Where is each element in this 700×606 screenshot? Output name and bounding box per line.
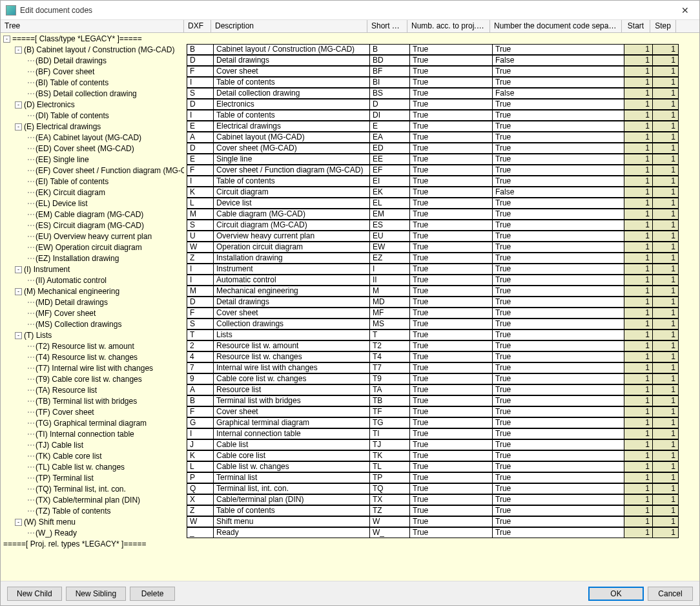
- cell-description[interactable]: Resource list w. amount: [214, 340, 370, 351]
- cell-short-text[interactable]: ES: [370, 220, 410, 231]
- cell-short-text[interactable]: I: [370, 264, 410, 275]
- cell-short-text[interactable]: TF: [370, 406, 410, 417]
- cell-short-text[interactable]: BF: [370, 66, 410, 77]
- cell-start[interactable]: 1: [624, 472, 653, 483]
- cell-step[interactable]: 1: [653, 55, 679, 66]
- tree-row[interactable]: ⋯(TL) Cable list w. changesLCable list w…: [1, 461, 699, 473]
- cell-description[interactable]: Circuit diagram (MG-CAD): [214, 220, 370, 231]
- cell-proj[interactable]: True: [410, 329, 493, 340]
- cell-start[interactable]: 1: [624, 428, 653, 439]
- expand-toggle[interactable]: -: [15, 519, 22, 526]
- tree-row[interactable]: ⋯(MF) Cover sheetFCover sheetMFTrueTrue1…: [1, 308, 699, 319]
- cell-proj[interactable]: True: [410, 384, 493, 395]
- tree-row[interactable]: ⋯(TX) Cable/terminal plan (DIN)XCable/te…: [1, 494, 699, 506]
- cell-dxf[interactable]: Q: [187, 483, 214, 494]
- cell-description[interactable]: Cable core list: [214, 450, 370, 461]
- cell-description[interactable]: Table of contents: [214, 176, 370, 187]
- cell-start[interactable]: 1: [624, 351, 653, 362]
- cell-step[interactable]: 1: [653, 143, 679, 154]
- cell-separately[interactable]: True: [493, 231, 624, 242]
- tree-cell[interactable]: -(W) Shift menu: [1, 516, 184, 528]
- cell-separately[interactable]: True: [493, 329, 624, 340]
- cell-step[interactable]: 1: [653, 384, 679, 395]
- header-numb-proj[interactable]: Numb. acc. to proj.par.: [407, 20, 490, 32]
- cell-step[interactable]: 1: [653, 450, 679, 461]
- tree-cell[interactable]: ⋯(ED) Cover sheet (MG-CAD): [1, 143, 184, 154]
- tree-row[interactable]: ⋯(II) Automatic controlIAutomatic contro…: [1, 275, 699, 286]
- cell-dxf[interactable]: D: [187, 297, 214, 308]
- tree-cell[interactable]: ⋯(T9) Cable core list w. changes: [1, 373, 184, 385]
- cell-dxf[interactable]: G: [187, 417, 214, 428]
- tree-row[interactable]: -(T) ListsTListsTTrueTrue11: [1, 329, 699, 341]
- cell-description[interactable]: Cabinet layout / Construction (MG-CAD): [214, 44, 370, 55]
- cell-step[interactable]: 1: [653, 395, 679, 406]
- cell-separately[interactable]: True: [493, 417, 624, 428]
- tree-row[interactable]: ⋯(TI) Internal connection tableIInternal…: [1, 428, 699, 440]
- cell-start[interactable]: 1: [624, 340, 653, 351]
- cell-short-text[interactable]: BS: [370, 88, 410, 99]
- cell-short-text[interactable]: TX: [370, 494, 410, 505]
- cell-start[interactable]: 1: [624, 88, 653, 99]
- cell-description[interactable]: Single line: [214, 154, 370, 165]
- cell-separately[interactable]: True: [493, 494, 624, 505]
- cell-dxf[interactable]: S: [187, 88, 214, 99]
- cell-dxf[interactable]: _: [187, 527, 214, 538]
- cell-proj[interactable]: True: [410, 187, 493, 198]
- cell-separately[interactable]: True: [493, 209, 624, 220]
- tree-row[interactable]: ⋯(T9) Cable core list w. changes9Cable c…: [1, 373, 699, 385]
- cell-step[interactable]: 1: [653, 275, 679, 286]
- cell-start[interactable]: 1: [624, 461, 653, 472]
- cell-step[interactable]: 1: [653, 428, 679, 439]
- cell-dxf[interactable]: I: [187, 176, 214, 187]
- tree-cell[interactable]: ⋯(TA) Resource list: [1, 384, 184, 396]
- cell-dxf[interactable]: 9: [187, 373, 214, 384]
- tree-row[interactable]: ⋯(TZ) Table of contentsZTable of content…: [1, 505, 699, 517]
- tree-row[interactable]: ⋯(ES) Circuit diagram (MG-CAD)SCircuit d…: [1, 220, 699, 231]
- cell-proj[interactable]: True: [410, 527, 493, 538]
- cell-step[interactable]: 1: [653, 154, 679, 165]
- cell-separately[interactable]: True: [493, 428, 624, 439]
- cell-start[interactable]: 1: [624, 198, 653, 209]
- ok-button[interactable]: OK: [588, 587, 644, 601]
- cell-proj[interactable]: True: [410, 362, 493, 373]
- tree-cell[interactable]: ⋯(TF) Cover sheet: [1, 406, 184, 418]
- cell-short-text[interactable]: T: [370, 329, 410, 340]
- tree-cell[interactable]: ⋯(W_) Ready: [1, 527, 184, 539]
- tree-cell[interactable]: ⋯(MD) Detail drawings: [1, 297, 184, 308]
- cell-start[interactable]: 1: [624, 362, 653, 373]
- cell-description[interactable]: Collection drawings: [214, 319, 370, 329]
- cell-description[interactable]: Mechanical engineering: [214, 286, 370, 297]
- cell-proj[interactable]: True: [410, 505, 493, 516]
- cell-description[interactable]: Cover sheet: [214, 308, 370, 319]
- tree-cell[interactable]: ⋯(ES) Circuit diagram (MG-CAD): [1, 220, 184, 231]
- cell-short-text[interactable]: EK: [370, 187, 410, 198]
- cell-description[interactable]: Cable list w. changes: [214, 461, 370, 472]
- cell-step[interactable]: 1: [653, 406, 679, 417]
- cell-proj[interactable]: True: [410, 66, 493, 77]
- tree-row[interactable]: -(B) Cabinet layout / Construction (MG-C…: [1, 44, 699, 56]
- tree-row[interactable]: ⋯(TG) Graphical terminal diagramGGraphic…: [1, 417, 699, 429]
- cell-dxf[interactable]: Z: [187, 253, 214, 264]
- tree-row[interactable]: ⋯(DI) Table of contentsITable of content…: [1, 110, 699, 121]
- cell-separately[interactable]: True: [493, 110, 624, 121]
- cell-short-text[interactable]: EZ: [370, 253, 410, 264]
- cell-separately[interactable]: True: [493, 450, 624, 461]
- cell-start[interactable]: 1: [624, 275, 653, 286]
- cell-step[interactable]: 1: [653, 527, 679, 538]
- cell-proj[interactable]: True: [410, 242, 493, 253]
- cell-description[interactable]: Cable list: [214, 439, 370, 450]
- cell-description[interactable]: Overview heavy current plan: [214, 231, 370, 242]
- cell-step[interactable]: 1: [653, 308, 679, 319]
- cell-proj[interactable]: True: [410, 110, 493, 121]
- cell-start[interactable]: 1: [624, 483, 653, 494]
- tree-cell[interactable]: ⋯(TJ) Cable list: [1, 439, 184, 451]
- cell-separately[interactable]: True: [493, 275, 624, 286]
- tree-cell[interactable]: ⋯(EW) Operation circuit diagram: [1, 242, 184, 253]
- cell-proj[interactable]: True: [410, 373, 493, 384]
- cell-step[interactable]: 1: [653, 165, 679, 176]
- cell-separately[interactable]: True: [493, 406, 624, 417]
- cell-separately[interactable]: True: [493, 308, 624, 319]
- cell-description[interactable]: Detail drawings: [214, 297, 370, 308]
- cell-start[interactable]: 1: [624, 231, 653, 242]
- cell-short-text[interactable]: TZ: [370, 505, 410, 516]
